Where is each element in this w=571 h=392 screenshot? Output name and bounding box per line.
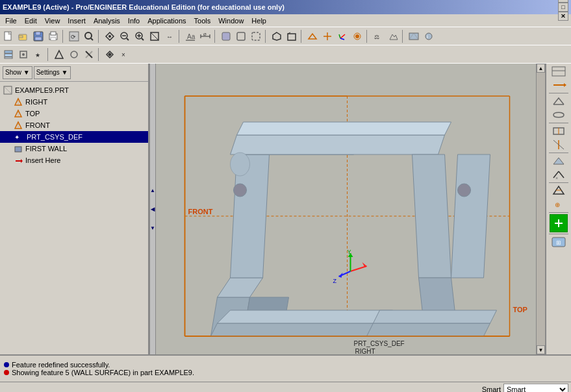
tb2-btn4[interactable] (103, 47, 117, 62)
viewport[interactable]: FRONT TOP PRT_CSYS_DEF Y Z RIGHT ▲ ▼ (156, 64, 545, 354)
tb-shading[interactable] (219, 29, 233, 43)
status-dot-2 (4, 370, 9, 375)
tb-open[interactable] (16, 29, 31, 43)
menu-analysis[interactable]: Analysis (90, 16, 124, 26)
tb-view1[interactable] (103, 29, 117, 43)
rt-btn-4[interactable] (548, 108, 570, 121)
menu-tools[interactable]: Tools (190, 16, 215, 26)
tree-root[interactable]: EXAMPLE9.PRT (0, 84, 148, 96)
tb-datum-csys[interactable] (335, 29, 349, 43)
tb-iso[interactable] (270, 29, 284, 43)
tb2-btn3[interactable] (82, 47, 96, 62)
tb-hidden[interactable] (249, 29, 263, 43)
tb2-settings[interactable] (16, 47, 31, 62)
svg-line-40 (339, 34, 340, 38)
tb-front-view[interactable] (285, 29, 299, 43)
svg-marker-33 (273, 32, 281, 40)
collapse-handle[interactable]: ▲ ◀ ▼ (149, 64, 156, 354)
svg-rect-49 (5, 51, 12, 53)
close-button[interactable]: ✕ (558, 12, 568, 21)
menu-file[interactable]: File (1, 16, 21, 26)
tree-item-insert[interactable]: Insert Here (0, 154, 148, 166)
tb-render[interactable] (407, 29, 421, 43)
menu-info[interactable]: Info (124, 16, 144, 26)
tb2-btn5[interactable]: × (118, 47, 132, 62)
rt-sep-1 (549, 93, 568, 93)
rt-btn-5[interactable] (548, 125, 570, 138)
svg-text:PRT_CSYS_DEF: PRT_CSYS_DEF (354, 340, 405, 347)
svg-marker-87 (412, 154, 451, 278)
tb2-btn2[interactable] (67, 47, 81, 62)
menu-applications[interactable]: Applications (144, 16, 190, 26)
tb-datum-axis[interactable] (320, 29, 335, 43)
tb-measure[interactable]: ⚖ (371, 29, 385, 43)
svg-line-41 (340, 38, 344, 40)
tree-root-label: EXAMPLE9.PRT (15, 86, 69, 94)
menu-edit[interactable]: Edit (21, 16, 41, 26)
rt-btn-3[interactable] (548, 95, 570, 108)
svg-rect-7 (51, 32, 56, 35)
scroll-down-arrow[interactable]: ▼ (537, 345, 545, 354)
tb-dim[interactable]: Ø (198, 29, 212, 43)
tb-analysis2[interactable] (386, 29, 400, 43)
show-dropdown[interactable]: Show ▼ (3, 66, 32, 79)
tree-item-right[interactable]: RIGHT (0, 96, 148, 108)
tree-first-wall-label: FIRST WALL (25, 145, 67, 153)
bottom-bar: Smart Smart Geometry Datum Quilt Feature (0, 382, 571, 392)
tb-sep-6 (301, 30, 303, 43)
rt-btn-1[interactable] (548, 65, 570, 78)
tree-item-top[interactable]: TOP (0, 108, 148, 119)
smart-select[interactable]: Smart Geometry Datum Quilt Feature (503, 384, 568, 393)
menu-view[interactable]: View (41, 16, 64, 26)
tb-repaint[interactable]: ⟳ (67, 29, 81, 43)
window-title: EXAMPLE9 (Active) - Pro/ENGINEER Educati… (3, 3, 285, 11)
svg-text:TOP: TOP (513, 306, 527, 313)
tb2-feature[interactable]: ★ (31, 47, 45, 62)
settings-dropdown[interactable]: Settings ▼ (34, 66, 71, 79)
menu-window[interactable]: Window (214, 16, 247, 26)
tb-datum-plane[interactable] (305, 29, 320, 43)
tb-new[interactable] (1, 29, 16, 43)
menu-insert[interactable]: Insert (64, 16, 90, 26)
rt-btn-7[interactable] (548, 154, 570, 167)
tree-item-csys[interactable]: ✦ PRT_CSYS_DEF (0, 131, 148, 143)
rt-btn-9[interactable] (548, 184, 570, 197)
scroll-up-arrow[interactable]: ▲ (537, 64, 545, 73)
rt-btn-green[interactable] (550, 214, 568, 232)
status-line-1: Feature redefined successfully. (4, 361, 567, 369)
tb-zoom-fit[interactable] (147, 29, 162, 43)
tb-search[interactable] (82, 29, 96, 43)
menu-help[interactable]: Help (247, 16, 270, 26)
tb-misc1[interactable]: i (422, 29, 436, 43)
tb-zoom-in[interactable] (133, 29, 147, 43)
rt-btn-8[interactable]: × (548, 168, 570, 181)
rt-btn-2[interactable] (548, 79, 570, 92)
menu-bar: File Edit View Insert Analysis Info Appl… (0, 14, 571, 27)
rt-btn-10[interactable]: ⊕ (548, 198, 570, 211)
svg-text:×: × (121, 51, 125, 58)
viewport-scrollbar-v[interactable]: ▲ ▼ (536, 64, 545, 354)
svg-line-39 (340, 34, 345, 38)
maximize-button[interactable]: □ (558, 3, 568, 12)
tb-print[interactable] (46, 29, 60, 43)
rt-btn-11[interactable]: ⊞ (548, 236, 570, 249)
svg-rect-56 (71, 51, 77, 58)
tb-zoom-out[interactable] (118, 29, 132, 43)
status-bar: Feature redefined successfully. Showing … (0, 354, 571, 382)
svg-rect-32 (252, 32, 260, 40)
tb-datum-point[interactable] (350, 29, 364, 43)
svg-rect-5 (35, 37, 42, 40)
tb-pan[interactable]: ↔ (162, 29, 177, 43)
svg-marker-90 (374, 310, 497, 323)
rt-sep-5 (549, 212, 568, 213)
svg-line-18 (142, 38, 144, 40)
tb-text[interactable]: Aa (183, 29, 197, 43)
rt-btn-6[interactable] (548, 138, 570, 151)
tb-sep-8 (402, 30, 405, 43)
tb2-layers[interactable] (1, 47, 16, 62)
tb2-btn1[interactable] (52, 47, 66, 62)
tb-save[interactable] (31, 29, 45, 43)
tb-wireframe[interactable] (234, 29, 248, 43)
tree-item-first-wall[interactable]: FIRST WALL (0, 143, 148, 154)
tree-item-front[interactable]: FRONT (0, 119, 148, 131)
